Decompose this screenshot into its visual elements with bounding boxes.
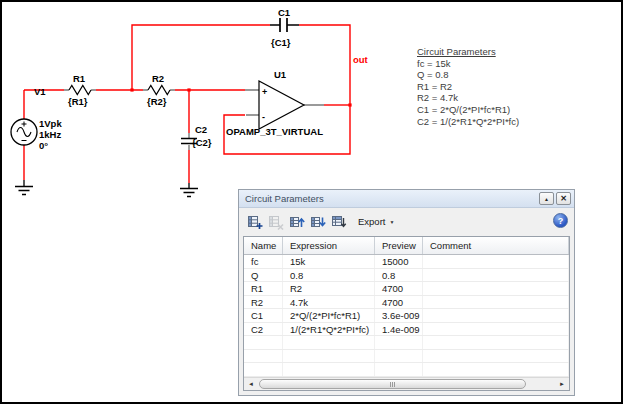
ground-symbol[interactable] xyxy=(180,183,198,197)
cell-preview: 4700 xyxy=(375,282,423,295)
table-empty-row[interactable] xyxy=(244,336,569,350)
dialog-title: Circuit Parameters xyxy=(245,193,537,204)
table-header-row: Name Expression Preview Comment xyxy=(244,237,569,255)
cell-comment[interactable] xyxy=(423,309,569,322)
v1-amplitude-label: 1Vpk xyxy=(39,118,62,129)
opamp-minus-input-label: - xyxy=(262,112,265,122)
export-button[interactable]: Export ▼ xyxy=(358,216,394,227)
move-down-button[interactable] xyxy=(307,212,328,232)
cell-name[interactable]: C2 xyxy=(244,323,283,336)
dock-button[interactable]: ▲ xyxy=(539,192,554,205)
annotation-line: R1 = R2 xyxy=(417,81,519,93)
move-down-icon xyxy=(310,214,326,230)
horizontal-scrollbar: ◄ ► xyxy=(244,377,569,390)
cell-name[interactable]: R1 xyxy=(244,282,283,295)
annotation-line: fc = 15k xyxy=(417,58,519,70)
r1-ref-label: R1 xyxy=(73,73,86,84)
ground-symbol[interactable] xyxy=(15,180,33,195)
annotation-line: C2 = 1/(2*R1*Q*2*PI*fc) xyxy=(417,116,519,128)
cell-comment[interactable] xyxy=(423,255,569,268)
circuit-parameters-dialog: Circuit Parameters ▲ ✕ xyxy=(238,189,575,396)
c2-ref-label: C2 xyxy=(195,124,207,135)
close-button[interactable]: ✕ xyxy=(556,192,571,205)
table-row[interactable]: fc 15k 15000 xyxy=(244,255,569,269)
cell-expression[interactable]: R2 xyxy=(283,282,375,295)
r2-ref-label: R2 xyxy=(152,73,164,84)
cell-preview: 1.4e-009 xyxy=(375,323,423,336)
column-header-comment: Comment xyxy=(423,237,569,254)
dialog-titlebar[interactable]: Circuit Parameters ▲ ✕ xyxy=(239,190,574,208)
annotation-line: C1 = 2*Q/(2*PI*fc*R1) xyxy=(417,104,519,116)
cell-expression[interactable]: 2*Q/(2*PI*fc*R1) xyxy=(283,309,375,322)
column-header-expression: Expression xyxy=(283,237,375,254)
delete-parameter-icon xyxy=(268,214,284,230)
cell-name[interactable]: Q xyxy=(244,269,283,282)
scrollbar-thumb[interactable] xyxy=(259,379,526,389)
component-r2-resistor[interactable] xyxy=(148,86,170,95)
column-header-name: Name xyxy=(244,237,283,254)
table-row[interactable]: C2 1/(2*R1*Q*2*PI*fc) 1.4e-009 xyxy=(244,323,569,337)
c1-value-label: {C1} xyxy=(271,37,291,48)
table-row[interactable]: Q 0.8 0.8 xyxy=(244,269,569,283)
export-label: Export xyxy=(358,216,385,227)
add-parameter-button[interactable] xyxy=(244,212,265,232)
help-button[interactable]: ? xyxy=(553,213,568,228)
scroll-left-button[interactable]: ◄ xyxy=(244,378,258,390)
r1-value-label: {R1} xyxy=(68,96,88,107)
c1-ref-label: C1 xyxy=(278,7,291,18)
annotation-line: Q = 0.8 xyxy=(417,69,519,81)
cell-preview: 3.6e-009 xyxy=(375,309,423,322)
v1-frequency-label: 1kHz xyxy=(39,129,61,140)
c2-value-label: {C2} xyxy=(192,137,212,148)
cell-preview: 0.8 xyxy=(375,269,423,282)
cell-preview: 15000 xyxy=(375,255,423,268)
u1-model-label: OPAMP_3T_VIRTUAL xyxy=(226,126,323,137)
table-row[interactable]: R2 4.7k 4700 xyxy=(244,296,569,310)
chevron-down-icon: ▼ xyxy=(389,219,394,225)
scrollbar-track[interactable] xyxy=(258,378,555,390)
r2-value-label: {R2} xyxy=(147,96,167,107)
component-u1-opamp[interactable]: + - xyxy=(259,81,304,129)
cell-name[interactable]: C1 xyxy=(244,309,283,322)
cell-expression[interactable]: 15k xyxy=(283,255,375,268)
multisim-capture: V1 1Vpk 1kHz 0° R1 {R1} R2 {R2} C1 {C1} … xyxy=(0,0,623,404)
u1-ref-label: U1 xyxy=(274,69,287,80)
opamp-plus-input-label: + xyxy=(262,87,267,97)
parameters-table: Name Expression Preview Comment fc 15k 1… xyxy=(243,236,570,391)
cell-comment[interactable] xyxy=(423,269,569,282)
component-c1-capacitor[interactable] xyxy=(270,18,299,32)
component-v1-source[interactable] xyxy=(11,119,37,145)
cell-name[interactable]: R2 xyxy=(244,296,283,309)
net-label-out: out xyxy=(353,54,369,65)
cell-name[interactable]: fc xyxy=(244,255,283,268)
component-r1-resistor[interactable] xyxy=(69,86,91,95)
table-empty-row[interactable] xyxy=(244,363,569,377)
table-row[interactable]: C1 2*Q/(2*PI*fc*R1) 3.6e-009 xyxy=(244,309,569,323)
cell-preview: 4700 xyxy=(375,296,423,309)
cell-comment[interactable] xyxy=(423,323,569,336)
table-row[interactable]: R1 R2 4700 xyxy=(244,282,569,296)
scrollbar-grip-icon xyxy=(390,382,395,387)
help-icon: ? xyxy=(558,216,564,226)
delete-parameter-button[interactable] xyxy=(265,212,286,232)
scroll-right-button[interactable]: ► xyxy=(555,378,569,390)
v1-ref-label: V1 xyxy=(34,86,46,97)
move-up-button[interactable] xyxy=(286,212,307,232)
cell-expression[interactable]: 1/(2*R1*Q*2*PI*fc) xyxy=(283,323,375,336)
dialog-toolbar: Export ▼ ? xyxy=(239,208,574,235)
cell-comment[interactable] xyxy=(423,282,569,295)
table-empty-row[interactable] xyxy=(244,350,569,364)
cell-expression[interactable]: 0.8 xyxy=(283,269,375,282)
annotation-line: R2 = 4.7k xyxy=(417,92,519,104)
add-parameter-icon xyxy=(247,214,263,230)
cell-comment[interactable] xyxy=(423,296,569,309)
update-preview-icon xyxy=(331,214,347,230)
update-preview-button[interactable] xyxy=(328,212,349,232)
annotation-title: Circuit Parameters xyxy=(417,46,519,58)
cell-expression[interactable]: 4.7k xyxy=(283,296,375,309)
column-header-preview: Preview xyxy=(375,237,423,254)
circuit-parameters-annotation[interactable]: Circuit Parameters fc = 15k Q = 0.8 R1 =… xyxy=(417,46,519,127)
v1-phase-label: 0° xyxy=(39,140,48,151)
move-up-icon xyxy=(289,214,305,230)
